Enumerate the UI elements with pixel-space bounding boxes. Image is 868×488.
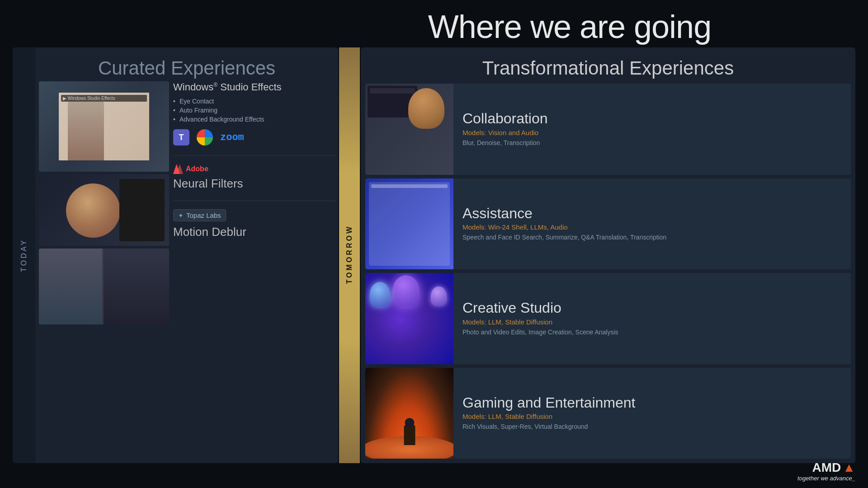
topaz-screenshot <box>39 249 169 324</box>
amd-name: AMD <box>812 461 841 474</box>
adobe-screenshot <box>39 174 169 246</box>
transformational-title: Transformational Experiences <box>361 47 855 87</box>
left-panel: TODAY Curated Experiences ▶ Windows Stud… <box>13 47 338 463</box>
right-info: Windows® Studio Effects Eye Contact Auto… <box>173 81 336 460</box>
tomorrow-label: TOMORROW <box>345 225 354 286</box>
exp-desc-collaboration: Blur, Denoise, Transcription <box>462 139 842 148</box>
exp-title-gaming: Gaming and Entertainment <box>462 395 842 411</box>
jellyfish-2 <box>370 282 390 307</box>
page-title: Where we are going <box>271 8 868 45</box>
amd-tagline: together we advance_ <box>797 475 855 482</box>
exp-models-collaboration: Models: Vision and Audio <box>462 129 842 136</box>
adobe-brand: Adobe <box>173 164 336 174</box>
today-text: TODAY <box>20 239 28 272</box>
jellyfish-3 <box>431 286 447 305</box>
teams-icon <box>173 129 189 145</box>
left-content: Curated Experiences ▶ Windows Studio Eff… <box>35 47 338 463</box>
exp-desc-assistance: Speech and Face ID Search, Summarize, Q&… <box>462 233 842 242</box>
experiences-grid: Collaboration Models: Vision and Audio B… <box>365 84 851 459</box>
tomorrow-divider: TOMORROW <box>339 47 360 463</box>
topaz-brand: Topaz Labs <box>186 211 221 219</box>
divider-1 <box>173 155 336 156</box>
exp-card-collaboration: Collaboration Models: Vision and Audio B… <box>365 84 851 175</box>
exp-models-creative: Models: LLM, Stable Diffusion <box>462 318 842 326</box>
wse-bullet-3: Advanced Background Effects <box>173 116 336 123</box>
topaz-icon: ✦ <box>178 212 184 219</box>
topaz-badge: ✦ Topaz Labs <box>173 209 226 221</box>
wse-bullet-1: Eye Contact <box>173 98 336 105</box>
left-images: ▶ Windows Studio Effects <box>39 81 169 460</box>
face-preview <box>66 183 120 238</box>
wse-block: Windows® Studio Effects Eye Contact Auto… <box>173 81 336 145</box>
exp-card-assistance: Assistance Models: Win-24 Shell, LLMs, A… <box>365 178 851 270</box>
assist-window <box>369 182 450 266</box>
exp-desc-creative: Photo and Video Edits, Image Creation, S… <box>462 328 842 337</box>
wse-title: Windows® Studio Effects <box>173 81 336 93</box>
adobe-ui-panel <box>119 179 165 241</box>
wse-bullets: Eye Contact Auto Framing Advanced Backgr… <box>173 98 336 123</box>
jellyfish-1 <box>392 275 420 307</box>
thumb-assistance <box>365 178 453 270</box>
exp-desc-gaming: Rich Visuals, Super-Res, Virtual Backgro… <box>462 422 842 432</box>
meet-icon <box>197 129 213 145</box>
exp-title-collaboration: Collaboration <box>462 111 842 127</box>
amd-arrow-icon: ▲ <box>843 460 855 475</box>
adobe-block: Adobe Neural Filters <box>173 164 336 191</box>
person-silhouette <box>68 102 104 160</box>
right-panel: Transformational Experiences Collaborati… <box>361 47 855 463</box>
amd-logo: AMD ▲ together we advance_ <box>797 460 855 482</box>
wse-inner: ▶ Windows Studio Effects <box>59 93 149 160</box>
exp-models-assistance: Models: Win-24 Shell, LLMs, Audio <box>462 223 842 231</box>
zoom-logo: zoom <box>220 132 244 143</box>
motion-deblur-title: Motion Deblur <box>173 225 336 239</box>
topaz-block: ✦ Topaz Labs Motion Deblur <box>173 209 336 239</box>
exp-card-gaming: Gaming and Entertainment Models: LLM, St… <box>365 368 851 459</box>
exp-models-gaming: Models: LLM, Stable Diffusion <box>462 413 842 420</box>
today-label: TODAY <box>13 47 35 463</box>
wse-bullet-2: Auto Framing <box>173 107 336 114</box>
exp-title-creative: Creative Studio <box>462 300 842 316</box>
topaz-right <box>104 249 169 324</box>
exp-title-assistance: Assistance <box>462 206 842 221</box>
exp-card-creative: Creative Studio Models: LLM, Stable Diff… <box>365 273 851 364</box>
app-logos: zoom <box>173 129 336 145</box>
wse-screenshot: ▶ Windows Studio Effects <box>39 81 169 172</box>
divider-2 <box>173 201 336 201</box>
exp-info-gaming: Gaming and Entertainment Models: LLM, St… <box>453 389 851 437</box>
thumb-gaming <box>365 368 453 459</box>
thumb-collaboration <box>365 84 453 175</box>
adobe-icon <box>173 164 183 174</box>
gaming-figure <box>404 425 415 445</box>
exp-info-collaboration: Collaboration Models: Vision and Audio B… <box>453 105 851 153</box>
exp-info-assistance: Assistance Models: Win-24 Shell, LLMs, A… <box>453 200 851 248</box>
collab-person <box>408 88 444 129</box>
wse-label: ▶ Windows Studio Effects <box>61 95 147 102</box>
topaz-left <box>39 249 102 324</box>
tomorrow-text: TOMORROW <box>345 225 354 284</box>
thumb-creative <box>365 273 453 364</box>
neural-filters-title: Neural Filters <box>173 177 336 191</box>
exp-info-creative: Creative Studio Models: LLM, Stable Diff… <box>453 295 851 342</box>
